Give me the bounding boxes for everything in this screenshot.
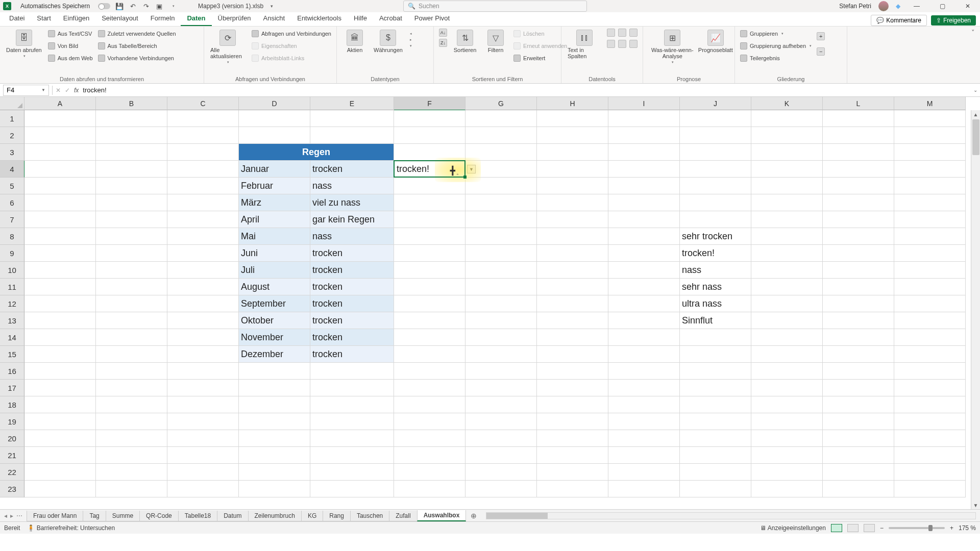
cell[interactable] — [537, 329, 608, 346]
cell[interactable] — [608, 312, 680, 329]
cell[interactable] — [394, 194, 465, 211]
row-header-9[interactable]: 9 — [0, 245, 24, 262]
cell[interactable] — [823, 396, 894, 413]
cell[interactable] — [894, 262, 966, 279]
sheet-tab-auswahlbox[interactable]: Auswahlbox — [417, 510, 467, 521]
ribbon-item[interactable]: Zuletzt verwendete Quellen — [98, 29, 176, 39]
cell[interactable] — [465, 110, 537, 127]
cell[interactable] — [751, 144, 823, 161]
cell[interactable]: nass — [310, 178, 394, 194]
cell[interactable]: trocken! — [680, 245, 751, 262]
cell[interactable] — [894, 447, 966, 464]
cell[interactable] — [680, 194, 751, 211]
cell[interactable] — [823, 211, 894, 228]
cell[interactable] — [167, 329, 239, 346]
cell[interactable] — [465, 413, 537, 430]
cell[interactable] — [167, 430, 239, 447]
filename-chevron-icon[interactable]: ▾ — [271, 4, 273, 9]
cell[interactable] — [751, 262, 823, 279]
cell[interactable] — [239, 413, 310, 430]
cell[interactable] — [608, 161, 680, 178]
cell[interactable] — [680, 481, 751, 497]
cell[interactable] — [394, 464, 465, 481]
new-sheet-button[interactable]: ⊕ — [465, 512, 482, 520]
ribbon-item[interactable]: Von Bild — [48, 41, 93, 51]
select-all-corner[interactable] — [0, 97, 24, 110]
cell[interactable] — [537, 413, 608, 430]
column-header-D[interactable]: D — [239, 97, 310, 110]
cell[interactable] — [167, 413, 239, 430]
cell[interactable] — [751, 464, 823, 481]
cell[interactable] — [167, 245, 239, 262]
cell[interactable] — [751, 279, 823, 295]
row-header-23[interactable]: 23 — [0, 481, 24, 497]
cell[interactable] — [680, 396, 751, 413]
cell[interactable] — [96, 144, 167, 161]
cell[interactable] — [96, 413, 167, 430]
column-header-E[interactable]: E — [310, 97, 394, 110]
scroll-down-icon[interactable]: ▼ — [971, 501, 980, 509]
page-break-view-button[interactable] — [864, 524, 875, 532]
cell[interactable] — [894, 380, 966, 396]
share-button[interactable]: ⇪Freigeben — [931, 15, 976, 26]
sheet-tab-kg[interactable]: KG — [301, 511, 323, 521]
zoom-slider[interactable] — [889, 527, 945, 529]
cell[interactable] — [608, 127, 680, 144]
cell[interactable] — [751, 430, 823, 447]
cell[interactable] — [465, 194, 537, 211]
cell[interactable] — [96, 312, 167, 329]
cell[interactable]: Dezember — [239, 346, 310, 363]
sheet-tab-zufall[interactable]: Zufall — [389, 511, 417, 521]
cell[interactable] — [394, 295, 465, 312]
cell[interactable] — [239, 380, 310, 396]
cell[interactable] — [751, 194, 823, 211]
cell[interactable] — [751, 481, 823, 497]
cell[interactable] — [394, 413, 465, 430]
cell[interactable] — [167, 228, 239, 245]
cell[interactable] — [465, 363, 537, 380]
row-header-20[interactable]: 20 — [0, 430, 24, 447]
cell[interactable] — [310, 396, 394, 413]
cell[interactable] — [394, 178, 465, 194]
cell[interactable] — [894, 464, 966, 481]
cell[interactable] — [239, 430, 310, 447]
cell[interactable] — [894, 481, 966, 497]
cell[interactable]: März — [239, 194, 310, 211]
cell[interactable] — [24, 245, 96, 262]
cell[interactable]: Sinnflut — [680, 312, 751, 329]
cell[interactable] — [751, 295, 823, 312]
collapse-ribbon-button[interactable]: ˅ — [966, 27, 980, 83]
cell[interactable] — [823, 312, 894, 329]
cell[interactable] — [608, 430, 680, 447]
cell[interactable] — [394, 211, 465, 228]
cell[interactable] — [465, 178, 537, 194]
data-model-icon[interactable] — [629, 40, 638, 48]
cell[interactable] — [310, 363, 394, 380]
cell[interactable] — [96, 161, 167, 178]
zoom-level[interactable]: 175 % — [959, 524, 976, 532]
row-header-18[interactable]: 18 — [0, 396, 24, 413]
column-header-J[interactable]: J — [680, 97, 751, 110]
cell[interactable] — [894, 194, 966, 211]
what-if-button[interactable]: ⊞Was-wäre-wenn-Analyse▾ — [648, 29, 697, 65]
sheet-next-icon[interactable]: ▸ — [10, 512, 13, 519]
data-validation-icon[interactable] — [629, 29, 638, 37]
user-name[interactable]: Stefan Petri — [839, 3, 871, 10]
row-header-15[interactable]: 15 — [0, 346, 24, 363]
cell[interactable] — [608, 194, 680, 211]
cell[interactable] — [167, 194, 239, 211]
cell[interactable] — [24, 329, 96, 346]
cell[interactable] — [167, 295, 239, 312]
row-header-8[interactable]: 8 — [0, 228, 24, 245]
ribbon-tab-daten[interactable]: Daten — [181, 12, 211, 26]
cell[interactable]: nass — [680, 262, 751, 279]
cell[interactable] — [608, 380, 680, 396]
cell[interactable] — [465, 262, 537, 279]
cell[interactable] — [680, 447, 751, 464]
cell[interactable] — [24, 178, 96, 194]
ribbon-tab-start[interactable]: Start — [31, 12, 57, 26]
cell[interactable] — [96, 279, 167, 295]
ribbon-item[interactable]: Gruppieren▾ — [740, 29, 812, 39]
cell[interactable] — [823, 329, 894, 346]
cell[interactable] — [394, 363, 465, 380]
